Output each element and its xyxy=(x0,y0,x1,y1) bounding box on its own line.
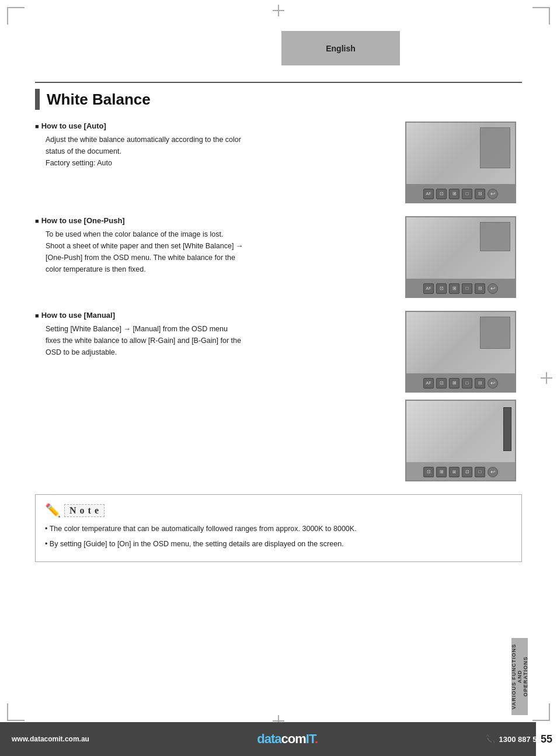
cam-btn-b2: ⊞ xyxy=(449,378,459,389)
note-header: ✏️ N o t e xyxy=(45,503,512,518)
section-onepush: How to use [One-Push] To be used when th… xyxy=(35,216,522,298)
language-label: English xyxy=(326,44,356,53)
cam-onepush-screen xyxy=(406,217,515,279)
cam-manual2-panel xyxy=(503,407,511,451)
cam-ui-auto: AF ⊡ ⊞ □ ⊟ ↩ xyxy=(405,122,516,203)
cross-mark-top xyxy=(273,5,284,16)
corner-mark-tr xyxy=(532,7,550,25)
note-label: N o t e xyxy=(64,504,105,517)
cam-manual1-menu xyxy=(480,317,510,349)
cam-ui-manual-1: AF ⊡ ⊞ □ ⊟ ↩ xyxy=(405,311,516,393)
note-box: ✏️ N o t e The color temperature that ca… xyxy=(35,494,522,562)
cam-btn-a4: ⊟ xyxy=(475,283,485,294)
cam-btn-b1: ⊡ xyxy=(436,378,447,389)
cam-auto-screen xyxy=(406,123,515,184)
cam-btn-c3: ⊠ xyxy=(449,467,459,477)
section-auto-image: AF ⊡ ⊞ □ ⊟ ↩ xyxy=(405,122,522,203)
section-manual-header: How to use [Manual] xyxy=(35,311,394,320)
cam-manual1-screen xyxy=(406,312,515,373)
cam-btn-arrow: ↩ xyxy=(488,189,498,199)
section-manual: How to use [Manual] Setting [White Balan… xyxy=(35,311,522,481)
cam-btn-af2: AF xyxy=(423,283,434,294)
cam-btn-c4: ⊡ xyxy=(462,467,472,477)
page-title: White Balance xyxy=(47,91,151,109)
main-content: White Balance How to use [Auto] Adjust t… xyxy=(35,82,522,709)
side-tab-text: VARIOUS FUNCTIONSANDOPERATIONS xyxy=(511,644,528,709)
cam-btn-4: ⊟ xyxy=(475,189,485,199)
cam-btn-af: AF xyxy=(423,189,434,199)
section-auto: How to use [Auto] Adjust the white balan… xyxy=(35,122,522,203)
cam-auto-toolbar: AF ⊡ ⊞ □ ⊟ ↩ xyxy=(406,184,515,203)
cam-btn-a3: □ xyxy=(462,283,472,294)
cam-ui-manual-2: ⊡ ⊞ ⊠ ⊡ □ ↩ xyxy=(405,400,516,481)
cam-btn-a2: ⊞ xyxy=(449,283,459,294)
cam-btn-c1: ⊡ xyxy=(423,467,434,477)
language-tab: English xyxy=(281,31,400,65)
cam-btn-af3: AF xyxy=(423,378,434,389)
corner-mark-br xyxy=(532,703,550,721)
cam-btn-b3: □ xyxy=(462,378,472,389)
footer-website: www.datacomit.com.au xyxy=(12,735,89,743)
cam-btn-c2: ⊞ xyxy=(436,467,447,477)
cam-btn-arrow3: ↩ xyxy=(488,378,498,389)
cam-btn-arrow4: ↩ xyxy=(488,467,498,477)
cam-manual2-toolbar: ⊡ ⊞ ⊠ ⊡ □ ↩ xyxy=(406,462,515,481)
title-section: White Balance xyxy=(35,82,522,110)
cam-onepush-toolbar: AF ⊡ ⊞ □ ⊟ ↩ xyxy=(406,279,515,298)
cam-btn-b4: ⊟ xyxy=(475,378,485,389)
cam-btn-arrow2: ↩ xyxy=(488,283,498,294)
section-manual-left: How to use [Manual] Setting [White Balan… xyxy=(35,311,394,358)
section-auto-left: How to use [Auto] Adjust the white balan… xyxy=(35,122,394,169)
footer: www.datacomit.com.au datacomIT. 📞 1300 8… xyxy=(0,722,557,756)
side-tab: VARIOUS FUNCTIONSANDOPERATIONS xyxy=(511,638,528,715)
section-auto-body: Adjust the white balance automatically a… xyxy=(46,134,291,169)
cam-btn-a1: ⊡ xyxy=(436,283,447,294)
cross-mark-right xyxy=(541,372,552,384)
section-manual-images: AF ⊡ ⊞ □ ⊟ ↩ ⊡ ⊞ ⊠ ⊡ □ xyxy=(405,311,522,481)
section-manual-body: Setting [White Balance] → [Manual] from … xyxy=(46,323,291,358)
footer-logo: datacomIT. xyxy=(257,731,318,747)
section-onepush-image: AF ⊡ ⊞ □ ⊟ ↩ xyxy=(405,216,522,298)
section-onepush-left: How to use [One-Push] To be used when th… xyxy=(35,216,394,275)
cam-btn-1: ⊡ xyxy=(436,189,447,199)
note-pencil-icon: ✏️ xyxy=(45,503,61,518)
cam-manual2-screen xyxy=(406,401,515,462)
cam-btn-2: ⊞ xyxy=(449,189,459,199)
cam-btn-c5: □ xyxy=(475,467,485,477)
corner-mark-bl xyxy=(7,703,25,721)
corner-mark-tl xyxy=(7,7,25,25)
note-item-1: The color temperature that can be automa… xyxy=(45,523,512,535)
cam-btn-3: □ xyxy=(462,189,472,199)
section-onepush-body: To be used when the color balance of the… xyxy=(46,228,291,275)
section-auto-header: How to use [Auto] xyxy=(35,122,394,130)
cam-ui-onepush: AF ⊡ ⊞ □ ⊟ ↩ xyxy=(405,216,516,298)
note-item-2: By setting [Guide] to [On] in the OSD me… xyxy=(45,538,512,550)
section-onepush-header: How to use [One-Push] xyxy=(35,216,394,225)
cam-onepush-menu xyxy=(480,222,510,251)
title-bar-accent xyxy=(35,89,40,110)
cam-auto-menu xyxy=(480,127,510,168)
footer-logo-main: datacomIT. xyxy=(257,731,318,746)
footer-page-number: 55 xyxy=(536,722,557,756)
cam-manual1-toolbar: AF ⊡ ⊞ □ ⊟ ↩ xyxy=(406,373,515,393)
phone-icon: 📞 xyxy=(485,734,495,744)
